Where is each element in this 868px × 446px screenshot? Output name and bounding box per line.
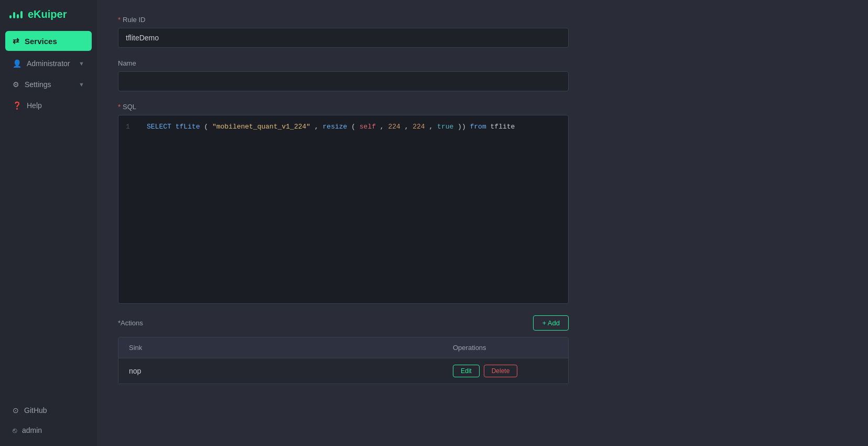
rule-id-input[interactable] — [118, 28, 569, 48]
sql-line-1: 1 SELECT tfLite ( "mobilenet_quant_v1_22… — [118, 123, 568, 131]
help-icon: ❓ — [13, 101, 21, 110]
operations-cell: Edit Delete — [453, 365, 558, 377]
actions-label: *Actions — [118, 319, 143, 327]
sidebar-bottom: ⊙ GitHub ⎋ admin — [0, 400, 97, 446]
sidebar-item-administrator[interactable]: 👤 Administrator ▼ — [0, 54, 97, 73]
actions-header: *Actions + Add — [118, 315, 569, 331]
sql-editor[interactable]: 1 SELECT tfLite ( "mobilenet_quant_v1_22… — [118, 115, 569, 304]
app-logo: eKuiper — [0, 0, 97, 29]
main-content: *Rule ID Name *SQL 1 SELECT tfLite ( "mo… — [97, 0, 868, 446]
sidebar-item-administrator-label: Administrator — [27, 59, 70, 68]
line-number-1: 1 — [126, 123, 142, 131]
sidebar-item-help-label: Help — [27, 101, 42, 110]
sidebar-item-help[interactable]: ❓ Help — [0, 96, 97, 115]
col-sink-header: Sink — [129, 344, 453, 352]
sidebar-github-label: GitHub — [24, 406, 47, 415]
name-input[interactable] — [118, 71, 569, 91]
sql-section: *SQL 1 SELECT tfLite ( "mobilenet_quant_… — [118, 103, 847, 304]
sidebar-item-settings-label: Settings — [25, 80, 51, 89]
sql-required-marker: * — [118, 103, 121, 111]
col-operations-header: Operations — [453, 344, 558, 352]
app-title: eKuiper — [28, 8, 67, 20]
name-label: Name — [118, 59, 847, 67]
sql-code-1: SELECT tfLite ( "mobilenet_quant_v1_224"… — [147, 123, 515, 131]
sidebar-item-github[interactable]: ⊙ GitHub — [0, 401, 97, 420]
rule-id-section: *Rule ID — [118, 16, 847, 48]
chevron-down-icon-settings: ▼ — [79, 81, 84, 88]
sidebar-item-services[interactable]: ⇄ Services — [5, 31, 92, 51]
sidebar: eKuiper ⇄ Services 👤 Administrator ▼ ⚙ S… — [0, 0, 97, 446]
sidebar-admin-label: admin — [22, 426, 42, 434]
logo-icon — [9, 11, 23, 18]
table-header: Sink Operations — [118, 337, 568, 358]
chevron-down-icon: ▼ — [79, 60, 84, 67]
sidebar-item-services-label: Services — [25, 37, 57, 46]
gear-icon: ⚙ — [13, 80, 19, 89]
sidebar-item-settings[interactable]: ⚙ Settings ▼ — [0, 75, 97, 94]
table-row: nop Edit Delete — [118, 358, 568, 384]
logout-icon: ⎋ — [13, 426, 17, 434]
sql-label: *SQL — [118, 103, 847, 111]
rule-id-required-marker: * — [118, 16, 121, 24]
user-icon: 👤 — [13, 59, 21, 68]
delete-button[interactable]: Delete — [484, 365, 518, 377]
github-icon: ⊙ — [13, 406, 19, 415]
add-action-button[interactable]: + Add — [533, 315, 569, 331]
rule-id-label: *Rule ID — [118, 16, 847, 24]
sidebar-item-admin[interactable]: ⎋ admin — [0, 421, 97, 440]
sink-cell: nop — [129, 367, 453, 375]
actions-table: Sink Operations nop Edit Delete — [118, 337, 569, 384]
name-section: Name — [118, 59, 847, 91]
edit-button[interactable]: Edit — [453, 365, 480, 377]
share-icon: ⇄ — [13, 36, 19, 46]
